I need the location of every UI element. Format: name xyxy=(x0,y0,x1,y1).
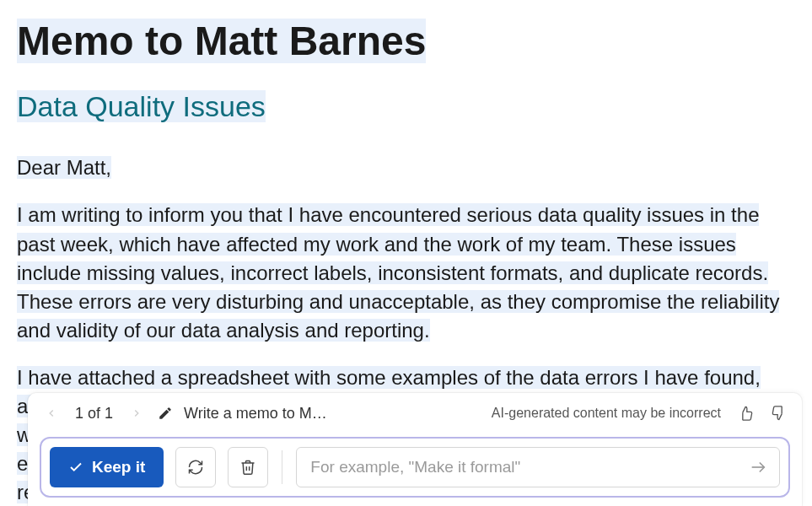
edit-icon xyxy=(157,405,174,422)
regenerate-button[interactable] xyxy=(175,447,216,487)
divider xyxy=(282,450,282,484)
discard-button[interactable] xyxy=(228,447,268,487)
suggestion-counter: 1 of 1 xyxy=(72,405,116,423)
thumbs-up-button[interactable] xyxy=(734,401,758,425)
ai-disclaimer: AI-generated content may be incorrect xyxy=(492,406,721,421)
trash-icon xyxy=(239,459,256,476)
keep-it-label: Keep it xyxy=(92,458,145,476)
refresh-icon xyxy=(187,459,204,476)
salutation: Dear Matt, xyxy=(17,153,785,182)
paragraph-1: I am writing to inform you that I have e… xyxy=(17,201,785,344)
next-suggestion-button[interactable] xyxy=(125,401,148,425)
doc-title: Memo to Matt Barnes xyxy=(17,19,426,63)
thumbs-down-button[interactable] xyxy=(766,401,790,425)
ai-panel-header: 1 of 1 Write a memo to M… AI-generated c… xyxy=(40,401,790,425)
refine-input-wrapper xyxy=(296,447,780,487)
ai-panel-actions: Keep it xyxy=(40,437,790,498)
send-button[interactable] xyxy=(745,455,771,480)
arrow-right-icon xyxy=(749,458,767,476)
prev-suggestion-button[interactable] xyxy=(40,401,63,425)
check-icon xyxy=(68,460,83,475)
refine-input[interactable] xyxy=(310,458,745,476)
doc-subtitle: Data Quality Issues xyxy=(17,89,266,124)
prompt-summary: Write a memo to M… xyxy=(184,405,327,423)
ai-suggestion-panel: 1 of 1 Write a memo to M… AI-generated c… xyxy=(28,393,802,506)
keep-it-button[interactable]: Keep it xyxy=(50,447,164,487)
